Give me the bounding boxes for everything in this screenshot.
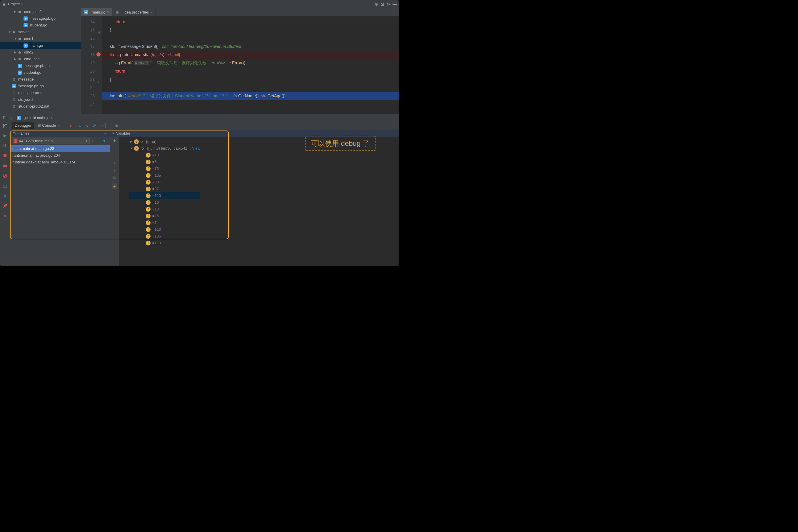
gutter-line[interactable]: 20 [81,67,102,75]
tree-item[interactable]: ◈student.go [0,69,81,76]
tree-item[interactable]: ▶🖿cmd-json2 [0,8,81,15]
layout-button[interactable] [2,183,8,189]
expand-arrow-icon[interactable]: ▶ [14,10,18,13]
editor-tab[interactable]: ◈main.go× [81,8,112,16]
rerun-button[interactable] [2,123,8,129]
project-tree[interactable]: ▶🖿cmd-json2◈message.pb.go◈student.go▼🖿se… [0,8,81,114]
variable-row[interactable]: ▼vfp = {[]uint8} len:30, cap:542 … View [129,145,200,152]
watches-icon[interactable]: ◈ [112,183,117,189]
prev-frame-icon[interactable]: ↑ [90,139,95,143]
variable-row[interactable]: f= 5 [129,158,200,165]
view-link[interactable]: … View [187,146,201,151]
variable-row[interactable]: f= 18 [129,206,200,212]
step-into-icon[interactable]: ↘ [83,123,90,128]
editor-tab[interactable]: 🗎idea.properties× [112,8,156,16]
resume-button[interactable] [2,133,8,139]
stack-frame[interactable]: main.main at main.go:23 [10,145,110,152]
expand-arrow-icon[interactable]: ▼ [14,37,18,40]
gutter-line[interactable]: 14 [81,18,102,26]
variable-row[interactable]: f= 7 [129,219,200,226]
tree-item[interactable]: ◈main.go [0,42,81,49]
thread-selector[interactable]: #421279 main.main ▾ ↑ ↓ ▼ [10,137,110,145]
variable-row[interactable]: f= 105 [129,233,200,240]
tree-item[interactable]: 🗎message.proto [0,89,81,96]
variable-row[interactable]: f= 16 [129,199,200,206]
gutter-line[interactable]: 16 [81,34,102,42]
next-frame-icon[interactable]: ↓ [95,139,101,143]
mute-breakpoints-button[interactable] [2,173,8,179]
variable-row[interactable]: f= 26 [129,212,200,219]
tree-item[interactable]: ▼🖿cmd1 [0,35,81,42]
expand-icon[interactable]: ⇲ [381,2,384,6]
evaluate-icon[interactable]: 🖩 [113,123,120,128]
close-tab-icon[interactable]: × [151,10,153,14]
gutter-line[interactable]: 24 [81,100,102,108]
copy-icon[interactable]: ⧉ [113,175,116,180]
stack-frame[interactable]: runtime.goexit at asm_amd64.s:1374 [10,159,110,166]
gutter-line[interactable]: 19 [81,59,102,67]
gutter-line[interactable]: 17 [81,42,102,51]
stop-button[interactable] [2,153,8,159]
stack-frame[interactable]: runtime.main at proc.go:204 [10,152,110,159]
variable-row[interactable]: f= 83 [129,179,200,186]
tab-console[interactable]: ▣Console → [35,122,63,129]
tree-item[interactable]: ◈message.pb.go [0,62,81,69]
tree-item[interactable]: ▶🖿cmd2 [0,49,81,56]
editor-gutter[interactable]: 1415⊖161718192021⊖222324 [81,17,102,114]
project-icon[interactable]: ▣ [2,2,6,6]
frames-more-icon[interactable]: → [104,131,107,135]
gutter-line[interactable]: 23 [81,92,102,100]
tree-item[interactable]: ◈message.pb.go [0,82,81,89]
expand-arrow-icon[interactable]: ▼ [8,30,12,34]
variable-row[interactable]: f= 10 [129,152,200,158]
run-to-cursor-icon[interactable]: →│ [99,123,109,128]
gutter-line[interactable]: 22 [81,83,102,92]
gutter-line[interactable]: 15⊖ [81,26,102,34]
tree-item[interactable]: ▶🖿cmd-json [0,56,81,62]
add-watch-icon[interactable]: ✚ [113,139,116,143]
pin-button[interactable]: 📌 [2,203,8,209]
variable-row[interactable]: f= 76 [129,165,200,172]
expand-arrow-icon[interactable]: ▶ [14,57,18,60]
gutter-line[interactable]: 18 [81,51,102,59]
step-over-icon[interactable]: ⤵ [77,123,82,128]
up-icon[interactable]: ▴ [113,161,115,165]
variable-row[interactable]: f= 97 [129,186,200,192]
editor-code[interactable]: return } stu := &message.Student{} stu: … [102,17,399,114]
gutter-line[interactable]: 21⊖ [81,75,102,83]
dropdown-icon[interactable]: ▾ [21,2,23,5]
variable-row[interactable]: ▶ve = {error} [129,138,200,145]
variable-row[interactable]: f= 105 [129,172,200,179]
settings-button[interactable] [2,193,8,199]
variable-row[interactable]: f= 110 [129,192,200,199]
close-icon[interactable]: × [51,116,53,120]
expand-arrow-icon[interactable]: ▼ [130,147,134,150]
tree-item[interactable]: 🗎message [0,76,81,82]
step-out-icon[interactable]: ↗ [91,123,98,128]
tab-debugger[interactable]: Debugger [12,122,34,129]
expand-arrow-icon[interactable]: ▶ [130,140,134,143]
gear-icon[interactable]: ⚙ [386,2,390,6]
tree-item[interactable]: 🗎stu.json2 [0,96,81,103]
variable-row[interactable]: f= 110 [129,240,200,246]
locate-icon[interactable]: ⊕ [375,2,378,6]
frame-list[interactable]: main.main at main.go:23runtime.main at p… [10,145,110,166]
show-exec-point-icon[interactable]: ▸│ [69,123,76,128]
chevron-down-icon[interactable]: ▾ [86,139,88,143]
pause-button[interactable] [2,143,8,149]
variables-tree[interactable]: ▶ve = {error}▼vfp = {[]uint8} len:30, ca… [128,137,201,266]
expand-arrow-icon[interactable]: ▶ [14,51,18,54]
close-tab-icon[interactable]: × [107,10,109,14]
run-config-name[interactable]: go build main.go [24,116,50,120]
filter-icon[interactable]: ▼ [100,139,108,143]
tree-item[interactable]: ◈message.pb.go [0,15,81,22]
view-breakpoints-button[interactable] [2,163,8,169]
down-icon[interactable]: ▾ [113,168,115,173]
tree-item[interactable]: ◈student.go [0,22,81,28]
close-debug-button[interactable]: ✕ [2,213,8,219]
tree-item[interactable]: 🗎student-proto2.dat [0,103,81,110]
hide-icon[interactable]: — [392,2,397,6]
variable-row[interactable]: f= 113 [129,226,200,233]
breakpoint-icon[interactable] [96,52,100,56]
tree-item[interactable]: ▼🖿server [0,28,81,35]
